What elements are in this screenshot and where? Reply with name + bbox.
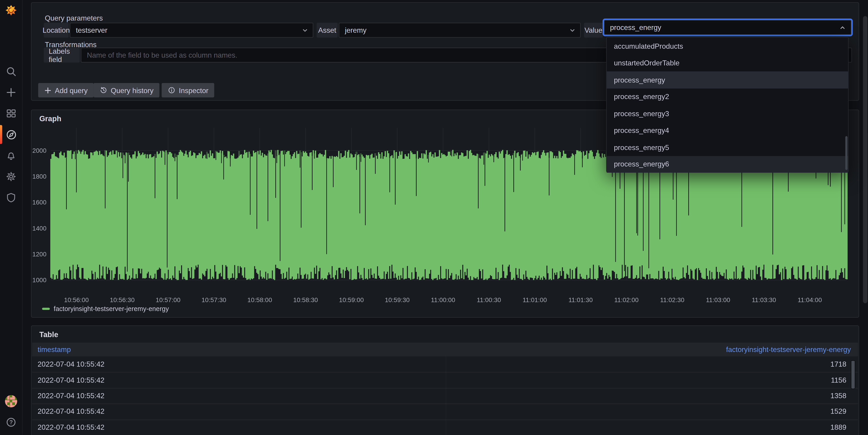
table-row[interactable]: 2022-07-04 10:55:42 1529 xyxy=(32,403,858,420)
plus-icon xyxy=(5,87,17,98)
dropdown-option[interactable]: unstartedOrderTable xyxy=(607,55,848,71)
cell-value: 1718 xyxy=(831,360,846,368)
value-dropdown-menu: accumulatedProducts unstartedOrderTable … xyxy=(606,37,848,172)
grafana-logo[interactable] xyxy=(0,0,22,22)
dropdown-option-hovered[interactable]: process_energy6 xyxy=(607,156,848,173)
explore-compass-icon xyxy=(5,129,17,141)
value-label: Value xyxy=(584,23,603,37)
svg-text:1000: 1000 xyxy=(32,277,46,284)
dashboards-icon xyxy=(5,108,17,119)
add-query-button-label: Add query xyxy=(55,86,88,94)
value-combobox[interactable]: process_energy xyxy=(604,20,851,35)
location-label: Location xyxy=(44,23,69,37)
location-select-value: testserver xyxy=(76,26,107,34)
cell-timestamp: 2022-07-04 10:55:42 xyxy=(38,360,104,368)
legend-series-color xyxy=(42,308,50,310)
asset-select[interactable]: jeremy xyxy=(339,23,581,37)
cell-value: 1529 xyxy=(831,407,846,415)
help-icon: ? xyxy=(5,417,17,428)
sidebar-item-alerting[interactable] xyxy=(0,145,22,166)
add-query-button[interactable]: Add query xyxy=(38,83,94,97)
table-scrollbar-thumb[interactable] xyxy=(851,360,855,389)
legend-item[interactable]: factoryinsight-testserver-jeremy-energy xyxy=(42,305,169,313)
labels-field-label: Labels field xyxy=(44,48,80,62)
dropdown-option[interactable]: process_energy5 xyxy=(607,139,848,156)
svg-text:11:00:30: 11:00:30 xyxy=(477,297,501,304)
table-panel: Table timestamp factoryinsight-testserve… xyxy=(31,325,859,435)
grafana-logo-icon xyxy=(4,4,18,18)
svg-text:11:03:30: 11:03:30 xyxy=(752,297,776,304)
svg-text:10:57:30: 10:57:30 xyxy=(202,297,226,304)
legend-series-label: factoryinsight-testserver-jeremy-energy xyxy=(54,305,169,313)
cell-value: 1358 xyxy=(831,392,846,400)
svg-text:10:58:30: 10:58:30 xyxy=(293,297,318,304)
cell-value: 1156 xyxy=(831,376,846,384)
grafana-explore-page: ? Query parameters Location testserver A… xyxy=(0,0,868,435)
cell-timestamp: 2022-07-04 10:55:42 xyxy=(38,376,104,384)
sidebar-item-dashboards[interactable] xyxy=(0,103,22,124)
table-row[interactable]: 2022-07-04 10:55:42 1889 xyxy=(32,419,858,435)
cell-timestamp: 2022-07-04 10:55:42 xyxy=(38,407,104,415)
column-header-timestamp[interactable]: timestamp xyxy=(38,345,71,353)
svg-text:10:56:30: 10:56:30 xyxy=(110,297,134,304)
active-section-indicator xyxy=(0,125,2,144)
svg-text:11:02:00: 11:02:00 xyxy=(614,297,639,304)
user-avatar xyxy=(5,395,17,407)
location-select[interactable]: testserver xyxy=(70,23,313,37)
svg-text:10:59:30: 10:59:30 xyxy=(385,297,409,304)
svg-text:11:03:00: 11:03:00 xyxy=(706,297,730,304)
cell-value: 1889 xyxy=(831,423,846,431)
svg-text:10:57:00: 10:57:00 xyxy=(156,297,180,304)
sidebar-item-server-admin[interactable] xyxy=(0,187,22,208)
page-scrollbar-thumb[interactable] xyxy=(863,16,867,303)
sidebar-item-help[interactable]: ? xyxy=(0,412,22,433)
cell-timestamp: 2022-07-04 10:55:42 xyxy=(38,392,104,400)
search-icon xyxy=(5,66,17,77)
sidebar-bottom: ? xyxy=(0,391,22,435)
asset-select-value: jeremy xyxy=(345,26,366,34)
inspector-button-label: Inspector xyxy=(179,86,208,94)
dropdown-scrollbar-thumb[interactable] xyxy=(845,136,848,170)
chevron-up-icon xyxy=(839,24,846,31)
asset-label: Asset xyxy=(317,23,338,37)
sidebar-item-configuration[interactable] xyxy=(0,166,22,187)
svg-text:2000: 2000 xyxy=(32,147,46,154)
alerting-bell-icon xyxy=(5,150,17,161)
query-history-button-label: Query history xyxy=(111,86,153,94)
svg-text:11:01:30: 11:01:30 xyxy=(568,297,593,304)
table-row[interactable]: 2022-07-04 10:55:42 1156 xyxy=(32,372,858,389)
dropdown-option-selected[interactable]: process_energy xyxy=(607,71,848,88)
svg-text:11:01:00: 11:01:00 xyxy=(523,297,547,304)
table-header-row: timestamp factoryinsight-testserver-jere… xyxy=(32,343,858,356)
dropdown-option[interactable]: process_energy3 xyxy=(607,105,848,122)
svg-text:1800: 1800 xyxy=(32,173,46,180)
history-icon xyxy=(100,86,107,94)
svg-text:11:00:00: 11:00:00 xyxy=(431,297,455,304)
svg-text:10:59:00: 10:59:00 xyxy=(339,297,364,304)
column-header-value[interactable]: factoryinsight-testserver-jeremy-energy xyxy=(726,345,851,353)
table-row[interactable]: 2022-07-04 10:55:42 1358 xyxy=(32,388,858,404)
query-parameters-title: Query parameters xyxy=(45,14,103,22)
settings-gear-icon xyxy=(5,171,17,182)
dropdown-option[interactable]: process_energy2 xyxy=(607,88,848,105)
dropdown-option[interactable]: accumulatedProducts xyxy=(607,38,848,55)
sidebar-item-create[interactable] xyxy=(0,82,22,103)
admin-shield-icon xyxy=(5,192,17,203)
table-panel-title: Table xyxy=(39,331,58,339)
dropdown-option[interactable]: process_energy4 xyxy=(607,122,848,139)
svg-text:10:58:00: 10:58:00 xyxy=(247,297,272,304)
query-history-button[interactable]: Query history xyxy=(94,83,160,97)
chevron-down-icon xyxy=(302,27,308,33)
plus-icon xyxy=(44,87,52,94)
sidebar-item-profile[interactable] xyxy=(0,391,22,412)
inspector-button[interactable]: Inspector xyxy=(162,83,215,97)
column-divider xyxy=(446,356,446,435)
table-row[interactable]: 2022-07-04 10:55:42 1718 xyxy=(32,356,858,373)
chevron-down-icon xyxy=(569,27,576,33)
svg-text:1200: 1200 xyxy=(32,251,46,258)
sidebar-item-search[interactable] xyxy=(0,61,22,82)
cell-timestamp: 2022-07-04 10:55:42 xyxy=(38,423,104,431)
svg-text:11:02:30: 11:02:30 xyxy=(660,297,684,304)
sidebar: ? xyxy=(0,0,23,435)
sidebar-item-explore[interactable] xyxy=(0,124,22,145)
